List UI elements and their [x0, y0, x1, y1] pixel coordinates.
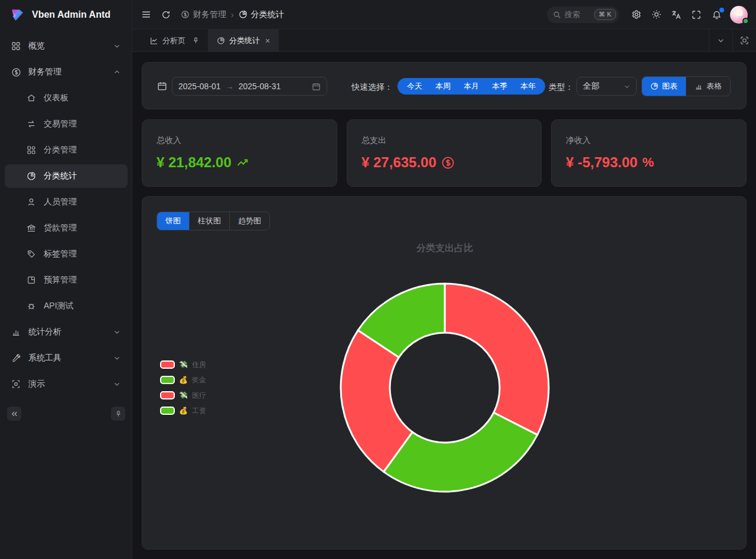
breadcrumb-current: 分类统计 — [251, 9, 284, 20]
sidebar-item-loans[interactable]: 贷款管理 — [5, 216, 128, 240]
refresh-button[interactable] — [156, 5, 176, 25]
person-icon — [26, 197, 37, 207]
bar-chart-icon — [695, 82, 703, 90]
sidebar-item-demo[interactable]: 演示 — [5, 372, 128, 396]
type-select[interactable]: 全部 — [576, 77, 637, 96]
tab-category-stats[interactable]: 分类统计 × — [208, 30, 279, 51]
bank-icon — [26, 223, 37, 233]
sidebar-item-system-tools[interactable]: 系统工具 — [5, 346, 128, 370]
tab-pie-chart[interactable]: 饼图 — [157, 212, 190, 230]
maximize-button[interactable] — [732, 30, 756, 51]
legend-item-salary[interactable]: 💰 工资 — [160, 403, 206, 418]
chevron-up-icon — [113, 69, 120, 76]
chevron-down-icon — [113, 43, 120, 50]
search-placeholder: 搜索 — [565, 9, 591, 20]
tab-analysis[interactable]: 分析页 — [142, 30, 208, 51]
chevron-down-icon — [113, 329, 120, 336]
header: 财务管理 › 分类统计 搜索 ⌘ K — [132, 0, 756, 30]
home-icon — [26, 93, 37, 103]
quick-option-year[interactable]: 本年 — [520, 81, 536, 92]
search-icon — [553, 11, 561, 19]
tab-label: 分类统计 — [229, 35, 260, 46]
pie-icon — [650, 82, 659, 90]
pie-icon — [217, 37, 225, 45]
breadcrumb-parent[interactable]: 财务管理 — [193, 9, 226, 20]
grid-icon — [11, 41, 21, 51]
search-shortcut-badge: ⌘ K — [594, 9, 616, 20]
tab-label: 饼图 — [165, 216, 181, 226]
money-wings-icon: 💸 — [179, 360, 188, 369]
sidebar-item-budget[interactable]: 预算管理 — [5, 268, 128, 292]
donut-chart — [321, 264, 569, 512]
app-logo-icon — [8, 6, 26, 24]
legend-label: 奖金 — [192, 375, 206, 385]
sidebar-item-categories[interactable]: 分类管理 — [5, 138, 128, 162]
stat-card-net: 净收入 ¥ -5,793.00 % — [551, 119, 747, 187]
quick-option-quarter[interactable]: 本季 — [492, 81, 507, 92]
sidebar: Vben Admin Antd 概览 财务管理 仪表板 — [0, 0, 132, 559]
date-end-value: 2025-08-31 — [239, 82, 281, 91]
stat-label: 总收入 — [157, 135, 322, 146]
legend-swatch — [160, 407, 175, 415]
quick-option-week[interactable]: 本周 — [435, 81, 451, 92]
sidebar-item-api-test[interactable]: API测试 — [5, 294, 128, 318]
date-start-value: 2025-08-01 — [178, 82, 221, 91]
date-range-input[interactable]: 2025-08-01 → 2025-08-31 — [172, 77, 327, 96]
sidebar-item-tags[interactable]: 标签管理 — [5, 242, 128, 266]
app-logo-row[interactable]: Vben Admin Antd — [8, 5, 126, 25]
menu-toggle-button[interactable] — [136, 5, 156, 25]
swap-icon — [26, 119, 37, 129]
stat-label: 总支出 — [361, 135, 527, 146]
chart-card: 饼图 柱状图 趋势图 分类支出占比 💸 住房 💰 奖金 💸 医疗 — [142, 196, 747, 550]
legend-label: 医疗 — [192, 391, 206, 401]
chart-icon — [150, 37, 158, 45]
pie-slice-住房[interactable] — [445, 284, 549, 435]
bug-icon — [26, 301, 37, 311]
calendar-icon — [157, 81, 167, 91]
online-status-dot — [742, 18, 749, 24]
quick-option-today[interactable]: 今天 — [407, 81, 422, 92]
sidebar-collapse-button[interactable] — [7, 407, 21, 421]
tab-trend-chart[interactable]: 趋势图 — [230, 212, 269, 230]
fullscreen-button[interactable] — [686, 5, 706, 25]
user-avatar[interactable] — [730, 6, 748, 24]
type-select-value: 全部 — [583, 81, 599, 92]
chevron-down-icon — [624, 83, 630, 90]
sidebar-item-members[interactable]: 人员管理 — [5, 190, 128, 214]
sidebar-pin-button[interactable] — [111, 407, 125, 421]
language-button[interactable] — [666, 5, 686, 25]
stat-card-income: 总收入 ¥ 21,842.00 — [142, 119, 337, 187]
sidebar-item-finance[interactable]: 财务管理 — [5, 60, 128, 84]
legend-item-medical[interactable]: 💸 医疗 — [160, 388, 206, 403]
legend-swatch — [160, 391, 175, 399]
settings-button[interactable] — [626, 5, 646, 25]
search-input[interactable]: 搜索 ⌘ K — [547, 6, 619, 23]
sidebar-item-dashboard[interactable]: 仪表板 — [5, 86, 128, 110]
stat-value: ¥ -5,793.00 — [566, 154, 637, 171]
sidebar-item-label: API测试 — [44, 301, 128, 311]
quick-option-month[interactable]: 本月 — [464, 81, 479, 92]
pie-slice-奖金[interactable] — [384, 412, 537, 492]
sidebar-item-category-stats[interactable]: 分类统计 — [5, 164, 128, 188]
view-toggle-group: 图表 表格 — [641, 76, 731, 96]
sidebar-item-transactions[interactable]: 交易管理 — [5, 112, 128, 136]
view-chart-button[interactable]: 图表 — [642, 77, 686, 96]
sidebar-item-overview[interactable]: 概览 — [5, 34, 128, 58]
tab-bar-chart[interactable]: 柱状图 — [190, 212, 230, 230]
breadcrumb: 财务管理 › 分类统计 — [181, 9, 284, 20]
breadcrumb-separator: › — [231, 10, 234, 20]
notification-dot — [719, 8, 724, 12]
sidebar-item-analytics[interactable]: 统计分析 — [5, 320, 128, 344]
tab-options-button[interactable] — [709, 30, 732, 51]
legend-item-bonus[interactable]: 💰 奖金 — [160, 372, 206, 388]
notifications-button[interactable] — [706, 5, 726, 25]
tab-label: 趋势图 — [238, 216, 261, 226]
sidebar-item-label: 概览 — [28, 41, 113, 51]
pin-icon[interactable] — [192, 37, 200, 44]
legend-item-housing[interactable]: 💸 住房 — [160, 357, 206, 372]
close-icon[interactable]: × — [265, 36, 270, 46]
sidebar-item-label: 分类管理 — [44, 145, 128, 155]
chart-type-tabs: 饼图 柱状图 趋势图 — [157, 212, 270, 230]
view-table-button[interactable]: 表格 — [686, 77, 730, 96]
theme-toggle-button[interactable] — [646, 5, 666, 25]
